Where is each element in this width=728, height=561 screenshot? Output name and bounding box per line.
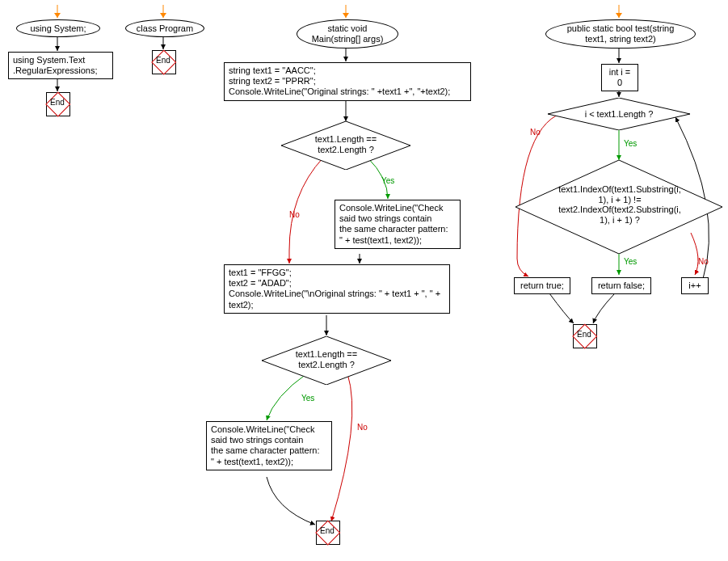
test-return-true: return true; (514, 277, 570, 294)
no-label: No (357, 423, 368, 432)
main-init2: text1 = "FFGG"; text2 = "ADAD"; Console.… (224, 264, 450, 314)
stmt-text: text1 = "FFGG"; text2 = "ADAD"; Console.… (229, 268, 440, 310)
end-label: End (573, 330, 595, 339)
stmt-text: Console.WriteLine("Check said two string… (339, 203, 448, 245)
main-print1: Console.WriteLine("Check said two string… (335, 200, 461, 249)
entry-class-program: class Program (125, 19, 204, 37)
entry-label: using System; (30, 23, 86, 34)
test-init-i: int i = 0 (601, 64, 638, 91)
no-label: No (530, 128, 541, 137)
main-init1: string text1 = "AACC"; string text2 = "P… (224, 62, 471, 101)
stmt-regex: using System.Text .RegularExpressions; (8, 52, 113, 79)
stmt-text: Console.WriteLine("Check said two string… (211, 424, 320, 466)
end-label: End (316, 526, 339, 535)
end-3: End (316, 521, 339, 543)
stmt-text: return true; (520, 280, 564, 290)
stmt-text: i++ (688, 280, 701, 290)
stmt-text: string text1 = "AACC"; string text2 = "P… (229, 65, 450, 96)
yes-label: Yes (381, 176, 394, 185)
main-dec2-text: text1.Length == text2.Length ? (286, 349, 367, 369)
entry-label: class Program (137, 23, 193, 34)
entry-main: static void Main(string[] args) (297, 19, 398, 49)
yes-label: Yes (301, 394, 314, 403)
end-2: End (152, 50, 175, 73)
no-label: No (698, 257, 709, 266)
yes-label: Yes (624, 139, 637, 148)
no-label: No (289, 210, 300, 219)
end-1: End (46, 92, 69, 115)
main-print2: Console.WriteLine("Check said two string… (206, 421, 332, 470)
yes-label: Yes (624, 257, 637, 266)
entry-label: static void Main(string[] args) (312, 23, 384, 44)
end-label: End (46, 98, 69, 107)
test-loopcond-text: i < text1.Length ? (572, 109, 666, 119)
test-idxcond-text: text1.IndexOf(text1.Substring(i, 1), i +… (543, 184, 696, 226)
end-label: End (152, 56, 175, 65)
main-dec1-text: text1.Length == text2.Length ? (305, 134, 386, 154)
entry-label: public static bool test(string text1, st… (567, 23, 675, 44)
stmt-text: using System.Text .RegularExpressions; (13, 55, 98, 75)
entry-using-system: using System; (16, 19, 100, 37)
test-return-false: return false; (591, 277, 651, 294)
end-4: End (573, 324, 595, 347)
stmt-text: return false; (598, 280, 645, 290)
stmt-text: int i = 0 (609, 67, 631, 87)
entry-test: public static bool test(string text1, st… (545, 19, 696, 49)
test-incr: i++ (681, 277, 709, 294)
